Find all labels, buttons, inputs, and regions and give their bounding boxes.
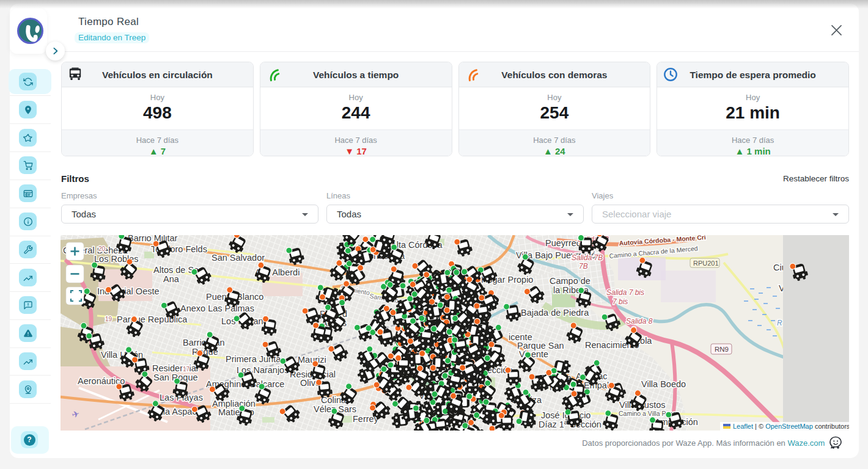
- svg-text:Bajada de Piedra: Bajada de Piedra: [521, 308, 589, 318]
- svg-text:Campo de: Campo de: [550, 276, 590, 286]
- svg-text:RN9: RN9: [715, 346, 729, 353]
- svg-text:7 bis: 7 bis: [612, 297, 628, 306]
- svg-text:Salida 7 bis: Salida 7 bis: [606, 288, 644, 297]
- svg-text:17: 17: [183, 366, 190, 373]
- svg-text:icente: icente: [509, 332, 532, 342]
- svg-text:7B: 7B: [579, 262, 588, 271]
- svg-text:Salida 8: Salida 8: [626, 317, 653, 325]
- svg-text:San Salvador: San Salvador: [211, 253, 265, 263]
- svg-text:Barrio Militar: Barrio Militar: [128, 235, 178, 243]
- svg-text:Leaflet | © OpenStreetMap cont: Leaflet | © OpenStreetMap contributors: [733, 423, 849, 430]
- svg-text:Villa Boedo: Villa Boedo: [641, 379, 686, 389]
- svg-text:20: 20: [98, 245, 106, 252]
- svg-text:Residencial: Residencial: [152, 363, 198, 373]
- svg-text:Anexo Las Palmas: Anexo Las Palmas: [180, 304, 254, 313]
- svg-text:Vicente: Vicente: [519, 349, 548, 359]
- svg-text:Ana: Ana: [163, 274, 180, 284]
- svg-text:R: R: [777, 319, 782, 327]
- svg-text:Salida 7B: Salida 7B: [572, 253, 603, 262]
- svg-text:RPU201: RPU201: [693, 260, 719, 267]
- svg-text:19: 19: [105, 316, 112, 322]
